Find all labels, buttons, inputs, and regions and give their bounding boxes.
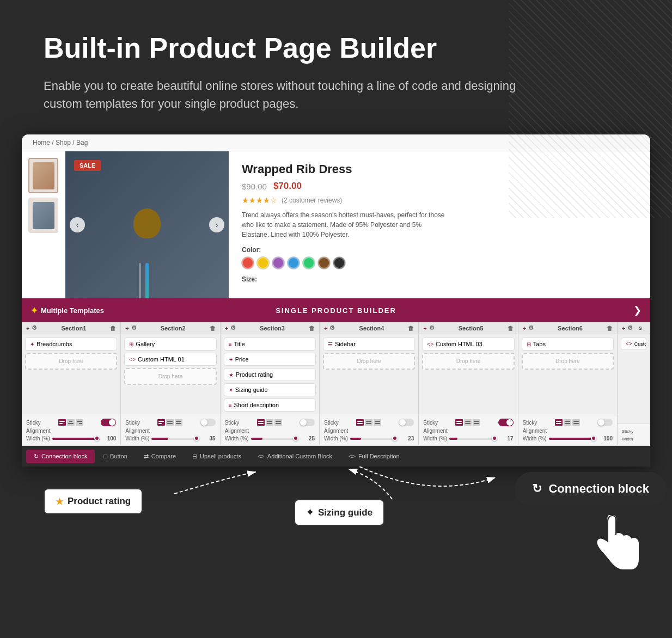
sticky-toggle-1[interactable] xyxy=(101,419,116,426)
align-icons-3 xyxy=(257,419,282,426)
alignment-label-6: Alignment xyxy=(523,428,553,434)
section4-gear[interactable]: ⚙ xyxy=(329,324,335,332)
section5-gear[interactable]: ⚙ xyxy=(429,324,435,332)
section1-delete[interactable]: 🗑 xyxy=(110,325,116,332)
sizing-guide-icon: ✦ xyxy=(229,387,233,393)
align-right-1[interactable] xyxy=(76,419,83,426)
width-value-3: 25 xyxy=(301,435,315,441)
thumbnail-2[interactable] xyxy=(28,198,58,233)
section3-add[interactable]: + xyxy=(225,325,228,332)
width-slider-6[interactable] xyxy=(549,438,596,440)
builder-collapse-button[interactable]: ❯ xyxy=(633,304,642,316)
builder-logo-icon: ✦ xyxy=(30,305,38,316)
sticky-toggle-6[interactable] xyxy=(597,419,613,426)
section3-title[interactable]: ≡ Title xyxy=(224,338,316,351)
section5-delete[interactable]: 🗑 xyxy=(508,325,514,332)
align-left-3[interactable] xyxy=(257,419,265,426)
align-center-5[interactable] xyxy=(464,419,472,426)
sticky-toggle-3[interactable] xyxy=(300,419,315,426)
sticky-toggle-4[interactable] xyxy=(399,419,414,426)
section7-gear[interactable]: ⚙ xyxy=(627,324,633,332)
sticky-toggle-5[interactable] xyxy=(498,419,514,426)
section7-custom[interactable]: <> Custo xyxy=(621,338,646,350)
thumbnail-1[interactable] xyxy=(28,158,58,193)
section4-delete[interactable]: 🗑 xyxy=(408,325,414,332)
section1-add[interactable]: + xyxy=(26,325,29,332)
section4-add[interactable]: + xyxy=(324,325,327,332)
section6-tabs[interactable]: ⊟ Tabs xyxy=(522,338,614,351)
section3-product-rating[interactable]: ★ Product rating xyxy=(224,368,316,381)
align-icons-4 xyxy=(356,419,381,426)
sizing-guide-label: Sizing guide xyxy=(235,387,268,393)
thumbnail-list xyxy=(22,151,65,298)
tab-button[interactable]: □ Button xyxy=(96,450,135,463)
section3-gear[interactable]: ⚙ xyxy=(230,324,236,332)
align-center-4[interactable] xyxy=(365,419,372,426)
swatch-blue[interactable] xyxy=(288,257,300,269)
align-right-5[interactable] xyxy=(473,419,480,426)
width-slider-4[interactable] xyxy=(350,438,398,440)
align-right-4[interactable] xyxy=(374,419,381,426)
swatch-yellow[interactable] xyxy=(257,257,269,269)
width-slider-1[interactable] xyxy=(52,438,100,440)
tab-upsell[interactable]: ⊟ Upsell products xyxy=(185,450,249,463)
tab-full-desc[interactable]: <> Full Description xyxy=(341,450,407,463)
tabs-icon: ⊟ xyxy=(527,341,531,347)
width-value-2: 35 xyxy=(201,435,216,441)
width-slider-3[interactable] xyxy=(251,438,298,440)
rating-stars: ★★★★☆ xyxy=(242,196,277,205)
align-left-4[interactable] xyxy=(356,419,364,426)
section3-settings: Sticky Alignment Wid xyxy=(221,415,319,445)
align-center-3[interactable] xyxy=(266,419,273,426)
section2-items: ⊞ Gallery <> Custom HTML 01 Drop here xyxy=(121,334,219,415)
tab-compare[interactable]: ⇄ Compare xyxy=(136,450,184,463)
section6-add[interactable]: + xyxy=(523,325,526,332)
section6-gear[interactable]: ⚙ xyxy=(528,324,534,332)
section6-delete[interactable]: 🗑 xyxy=(607,325,613,332)
align-right-2[interactable] xyxy=(175,419,182,426)
builder-logo-text: Multiple Templates xyxy=(41,306,104,315)
align-left-2[interactable] xyxy=(157,419,165,426)
image-next-button[interactable]: › xyxy=(209,217,224,232)
color-label: Color: xyxy=(242,246,637,254)
align-right-6[interactable] xyxy=(572,419,580,426)
align-left-6[interactable] xyxy=(555,419,563,426)
section-col-2: + ⚙ Section2 🗑 ⊞ Gallery <> Custom HTML … xyxy=(121,322,220,445)
section2-gear[interactable]: ⚙ xyxy=(131,324,137,332)
align-left-1[interactable] xyxy=(58,419,66,426)
section2-gallery[interactable]: ⊞ Gallery xyxy=(124,338,216,351)
breadcrumbs-icon: ✦ xyxy=(30,341,34,347)
tab-additional[interactable]: <> Additional Custom Block xyxy=(250,450,340,463)
swatch-purple[interactable] xyxy=(272,257,284,269)
section1-breadcrumbs[interactable]: ✦ Breadcrumbs xyxy=(25,338,117,351)
section1-gear[interactable]: ⚙ xyxy=(32,324,37,332)
section6-label: Section6 xyxy=(536,325,604,332)
section2-delete[interactable]: 🗑 xyxy=(210,325,216,332)
swatch-black[interactable] xyxy=(333,257,345,269)
align-right-3[interactable] xyxy=(274,419,282,426)
sticky-toggle-2[interactable] xyxy=(200,419,216,426)
align-center-6[interactable] xyxy=(564,419,571,426)
section3-sizing-guide[interactable]: ✦ Sizing guide xyxy=(224,383,316,396)
swatch-green[interactable] xyxy=(303,257,315,269)
section5-custom-html[interactable]: <> Custom HTML 03 xyxy=(422,338,514,351)
align-left-5[interactable] xyxy=(455,419,463,426)
section3-price[interactable]: ✦ Price xyxy=(224,353,316,366)
section2-add[interactable]: + xyxy=(125,325,129,332)
align-center-1[interactable] xyxy=(67,419,75,426)
section4-sidebar[interactable]: ☰ Sidebar xyxy=(323,338,415,351)
image-prev-button[interactable]: ‹ xyxy=(70,217,85,232)
width-slider-5[interactable] xyxy=(449,438,497,440)
swatch-brown[interactable] xyxy=(318,257,330,269)
section5-add[interactable]: + xyxy=(423,325,426,332)
width-slider-2[interactable] xyxy=(151,438,199,440)
swatch-red[interactable] xyxy=(242,257,254,269)
section3-short-desc[interactable]: ≡ Short description xyxy=(224,398,316,412)
section2-custom-html[interactable]: <> Custom HTML 01 xyxy=(124,353,216,366)
sidebar-label: Sidebar xyxy=(335,341,356,347)
width-label-7: Width xyxy=(622,437,633,441)
section7-add[interactable]: + xyxy=(622,325,625,332)
section3-delete[interactable]: 🗑 xyxy=(309,325,315,332)
align-center-2[interactable] xyxy=(166,419,174,426)
tab-connection-block[interactable]: ↻ Connection block xyxy=(26,450,95,463)
